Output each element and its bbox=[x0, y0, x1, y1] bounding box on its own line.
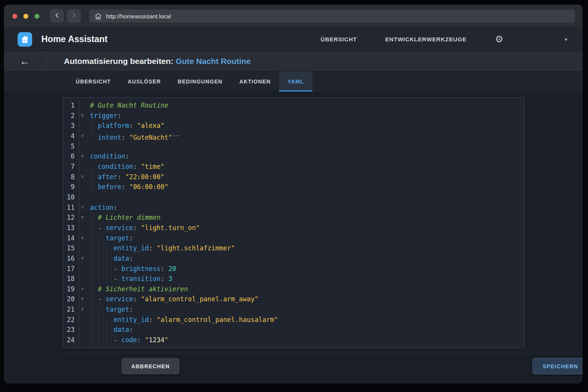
cancel-button[interactable]: ABBRECHEN bbox=[121, 358, 180, 374]
code-text[interactable]: condition: bbox=[90, 151, 524, 162]
code-line[interactable]: 4▽ intent: "GuteNacht""⌐ bbox=[63, 131, 524, 141]
fold-spacer bbox=[79, 192, 90, 203]
fold-icon[interactable]: ▽ bbox=[79, 284, 90, 294]
code-line[interactable]: 5 bbox=[63, 141, 524, 152]
code-text[interactable]: data: bbox=[90, 325, 524, 335]
code-line[interactable]: 12▽ # Lichter dimmen bbox=[63, 212, 524, 223]
fold-icon[interactable]: ▽ bbox=[79, 203, 90, 213]
code-line[interactable]: 1# Gute Nacht Routine bbox=[63, 100, 524, 111]
code-text[interactable]: after: "22:00:00" bbox=[90, 172, 524, 182]
fold-icon[interactable]: ▽ bbox=[79, 212, 90, 223]
code-text[interactable]: - code: "1234" bbox=[90, 335, 524, 345]
code-text[interactable] bbox=[90, 192, 524, 203]
back-arrow-icon: ← bbox=[20, 56, 30, 66]
browser-window: http://homeassistant.local Home Assistan… bbox=[4, 5, 583, 384]
code-text[interactable]: # Sicherheit aktivieren bbox=[90, 284, 524, 294]
fold-icon[interactable]: ▽ bbox=[79, 151, 90, 162]
code-text[interactable]: entity_id: "light.schlafzimmer" bbox=[90, 243, 524, 253]
indent-guide bbox=[91, 182, 91, 192]
code-text[interactable]: action: bbox=[90, 203, 524, 213]
code-line[interactable]: 24 - code: "1234" bbox=[63, 335, 524, 345]
indent-guide bbox=[98, 304, 99, 315]
code-text[interactable]: - brightness: 20 bbox=[90, 264, 524, 274]
page-content: 1# Gute Nacht Routine2▽trigger:3 platfor… bbox=[4, 92, 583, 374]
tab-yaml[interactable]: YAML bbox=[279, 72, 312, 91]
code-line[interactable]: 3 platform: "alexa" bbox=[63, 121, 524, 131]
minimize-window-button[interactable] bbox=[23, 14, 28, 19]
nav-uebersicht[interactable]: ÜBERSICHT bbox=[321, 36, 357, 42]
gear-icon[interactable]: ⚙ bbox=[495, 34, 503, 44]
tab-ausloeser[interactable]: AUSLÖSER bbox=[119, 72, 170, 91]
line-number: 20 bbox=[63, 294, 79, 304]
address-bar[interactable]: http://homeassistant.local bbox=[89, 10, 575, 23]
browser-back-button[interactable] bbox=[50, 9, 64, 23]
code-text[interactable]: - transition: 3 bbox=[90, 274, 524, 284]
fold-icon[interactable]: ▽ bbox=[79, 233, 90, 243]
code-line[interactable]: 7 condition: "time" bbox=[63, 162, 524, 172]
code-line[interactable]: 11▽action: bbox=[63, 203, 524, 213]
maximize-window-button[interactable] bbox=[34, 14, 39, 19]
fold-icon[interactable]: ▽ bbox=[79, 131, 90, 141]
code-text[interactable]: condition: "time" bbox=[90, 162, 524, 172]
fold-spacer bbox=[79, 325, 90, 335]
code-text[interactable]: intent: "GuteNacht""⌐ bbox=[90, 131, 524, 141]
code-line[interactable]: 18 - transition: 3 bbox=[63, 274, 524, 284]
code-text[interactable]: entity_id: "alarm_control_panel.hausalar… bbox=[90, 315, 524, 325]
line-number: 18 bbox=[63, 274, 79, 284]
home-assistant-logo[interactable] bbox=[18, 32, 32, 47]
code-line[interactable]: 2▽trigger: bbox=[63, 111, 524, 121]
indent-guide bbox=[106, 335, 107, 345]
code-line[interactable]: 16▽ data: bbox=[63, 253, 524, 264]
chevron-left-icon bbox=[54, 12, 60, 20]
indent-guide bbox=[91, 162, 91, 172]
code-text[interactable] bbox=[90, 141, 524, 152]
code-line[interactable]: 13 - service: "light.turn_on" bbox=[63, 223, 524, 233]
fold-icon[interactable]: ▽ bbox=[79, 172, 90, 182]
code-text[interactable]: before: "06:00:00" bbox=[90, 182, 524, 192]
code-line[interactable]: 21▽ target: bbox=[63, 304, 524, 315]
indent-guide bbox=[106, 243, 107, 253]
code-text[interactable]: - service: "alarm_control_panel.arm_away… bbox=[90, 294, 524, 304]
fold-spacer bbox=[79, 100, 90, 111]
tab-uebersicht[interactable]: ÜBERSICHT bbox=[67, 72, 119, 91]
code-line[interactable]: 6▽condition: bbox=[63, 151, 524, 162]
yaml-editor[interactable]: 1# Gute Nacht Routine2▽trigger:3 platfor… bbox=[63, 97, 524, 348]
code-line[interactable]: 23 data: bbox=[63, 325, 524, 335]
code-text[interactable]: - service: "light.turn_on" bbox=[90, 223, 524, 233]
fold-spacer bbox=[79, 121, 90, 131]
browser-forward-button[interactable] bbox=[67, 9, 81, 23]
code-line[interactable]: 20▽ - service: "alarm_control_panel.arm_… bbox=[63, 294, 524, 304]
fold-icon[interactable]: ▽ bbox=[79, 304, 90, 315]
indent-guide bbox=[91, 131, 91, 141]
page-title-prefix: Automatisierung bearbeiten: bbox=[64, 57, 173, 65]
code-line[interactable]: 19▽ # Sicherheit aktivieren bbox=[63, 284, 524, 294]
code-text[interactable]: platform: "alexa" bbox=[90, 121, 524, 131]
close-window-button[interactable] bbox=[12, 14, 17, 19]
code-line[interactable]: 8▽ after: "22:00:00" bbox=[63, 172, 524, 182]
code-text[interactable]: # Lichter dimmen bbox=[90, 212, 524, 223]
code-text[interactable]: trigger: bbox=[90, 111, 524, 121]
fold-icon[interactable]: ▽ bbox=[79, 294, 90, 304]
code-text[interactable]: # Gute Nacht Routine bbox=[90, 100, 524, 111]
back-button[interactable]: ← bbox=[4, 51, 46, 71]
save-button[interactable]: SPEICHERN bbox=[532, 358, 583, 374]
fold-icon[interactable]: ▽ bbox=[79, 253, 90, 264]
line-number: 2 bbox=[63, 111, 79, 121]
code-line[interactable]: 15 entity_id: "light.schlafzimmer" bbox=[63, 243, 524, 253]
code-line[interactable]: 10 bbox=[63, 192, 524, 203]
code-line[interactable]: 17 - brightness: 20 bbox=[63, 264, 524, 274]
fold-icon[interactable]: ▽ bbox=[79, 111, 90, 121]
tab-aktionen[interactable]: AKTIONEN bbox=[231, 72, 279, 91]
code-text[interactable]: data: bbox=[90, 253, 524, 264]
nav-entwicklerwerkzeuge[interactable]: ENTWICKLERWERKZEUGE bbox=[385, 36, 466, 42]
window-controls bbox=[12, 14, 39, 19]
line-number: 5 bbox=[63, 141, 79, 152]
editor-lines: 1# Gute Nacht Routine2▽trigger:3 platfor… bbox=[63, 100, 524, 345]
code-line[interactable]: 9 before: "06:00:00" bbox=[63, 182, 524, 192]
code-line[interactable]: 14▽ target: bbox=[63, 233, 524, 243]
profile-caret-icon[interactable]: ▼ bbox=[564, 37, 568, 42]
code-line[interactable]: 22 entity_id: "alarm_control_panel.hausa… bbox=[63, 315, 524, 325]
tab-bedingungen[interactable]: BEDINGUNGEN bbox=[169, 72, 231, 91]
code-text[interactable]: target: bbox=[90, 233, 524, 243]
code-text[interactable]: target: bbox=[90, 304, 524, 315]
